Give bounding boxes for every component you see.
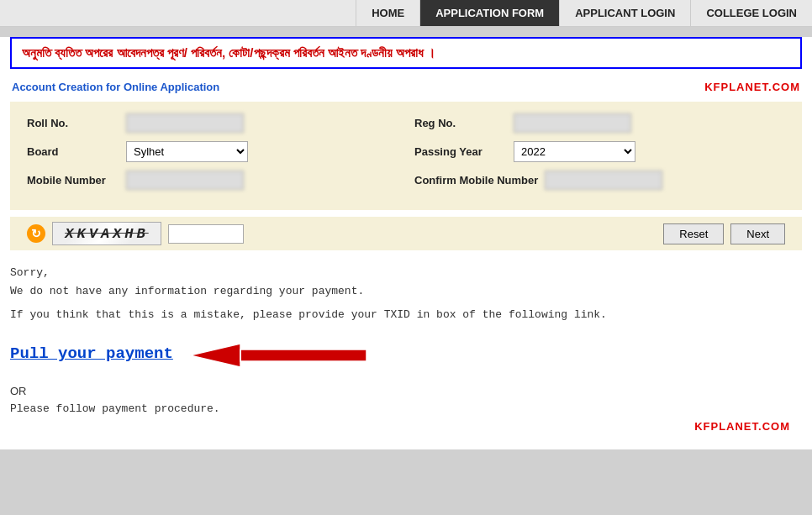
sorry-text: Sorry, We do not have any information re… [10,264,802,301]
pull-payment-link[interactable]: Pull your payment [10,344,173,363]
warning-text: অনুমতি ব্যতিত অপরের আবেদনপত্র পূরণ/ পরিব… [22,45,435,60]
captcha-text: XKVAXHB [65,226,148,242]
nav-application-form[interactable]: APPLICATION FORM [419,0,559,26]
board-select[interactable]: Sylhet Dhaka Chittagong Rajshahi Barisal… [126,141,248,162]
warning-banner: অনুমতি ব্যতিত অপরের আবেদনপত্র পূরণ/ পরিব… [10,37,802,69]
info-line-text: If you think that this is a mistake, ple… [10,308,607,321]
form-area: Roll No. Reg No. Board Sylhet Dhaka Chit… [10,102,802,210]
section-header: Account Creation for Online Application … [0,76,812,97]
arrow-container: Pull your payment [10,333,802,378]
form-group-board: Board Sylhet Dhaka Chittagong Rajshahi B… [27,141,398,162]
main-content: অনুমতি ব্যতিত অপরের আবেদনপত্র পূরণ/ পরিব… [0,37,812,449]
confirm-mobile-label: Confirm Mobile Number [414,174,538,187]
reg-label: Reg No. [414,117,507,129]
confirm-mobile-input[interactable] [545,171,662,190]
sorry-line1: Sorry, [10,266,50,279]
nav-home[interactable]: HOME [356,0,419,26]
sorry-line2: We do not have any information regarding… [10,285,364,297]
form-group-reg: Reg No. [414,113,785,133]
form-group-mobile: Mobile Number [27,171,398,190]
reset-button[interactable]: Reset [663,223,724,244]
mobile-input[interactable] [126,171,244,190]
red-arrow-icon [190,333,375,378]
kfplanet-logo-top: KFPLANET.COM [704,81,800,93]
info-line: If you think that this is a mistake, ple… [10,306,802,324]
captcha-input[interactable] [168,224,244,244]
or-text: OR [10,385,802,397]
captcha-image: XKVAXHB [52,222,161,245]
section-title: Account Creation for Online Application [12,81,219,93]
bottom-footer: KFPLANET.COM [10,415,802,433]
svg-rect-0 [240,349,366,361]
captcha-left: ↻ XKVAXHB [27,222,244,245]
svg-marker-1 [190,344,240,367]
form-row-3: Mobile Number Confirm Mobile Number [27,171,785,190]
form-group-confirm-mobile: Confirm Mobile Number [414,171,785,190]
nav-college-login[interactable]: COLLEGE LOGIN [690,0,812,26]
form-row-2: Board Sylhet Dhaka Chittagong Rajshahi B… [27,141,785,162]
kfplanet-logo-bottom: KFPLANET.COM [694,420,790,433]
next-button[interactable]: Next [730,223,785,244]
passing-year-label: Passing Year [414,145,507,158]
captcha-refresh-button[interactable]: ↻ [27,224,45,243]
roll-label: Roll No. [27,117,119,129]
form-group-roll: Roll No. [27,113,398,133]
captcha-buttons: Reset Next [663,223,785,244]
info-area: Sorry, We do not have any information re… [10,259,802,433]
captcha-row: ↻ XKVAXHB Reset Next [10,217,802,250]
form-row-1: Roll No. Reg No. [27,113,785,133]
board-label: Board [27,145,119,158]
reg-input[interactable] [514,113,631,133]
nav-applicant-login[interactable]: APPLICANT LOGIN [559,0,690,26]
follow-text: Please follow payment procedure. [10,402,802,415]
mobile-label: Mobile Number [27,174,119,187]
form-group-passing-year: Passing Year 2022 2021 2020 2019 2018 [414,141,785,162]
top-nav: HOME APPLICATION FORM APPLICANT LOGIN CO… [0,0,812,27]
passing-year-select[interactable]: 2022 2021 2020 2019 2018 [514,141,635,162]
roll-input[interactable] [126,113,244,133]
